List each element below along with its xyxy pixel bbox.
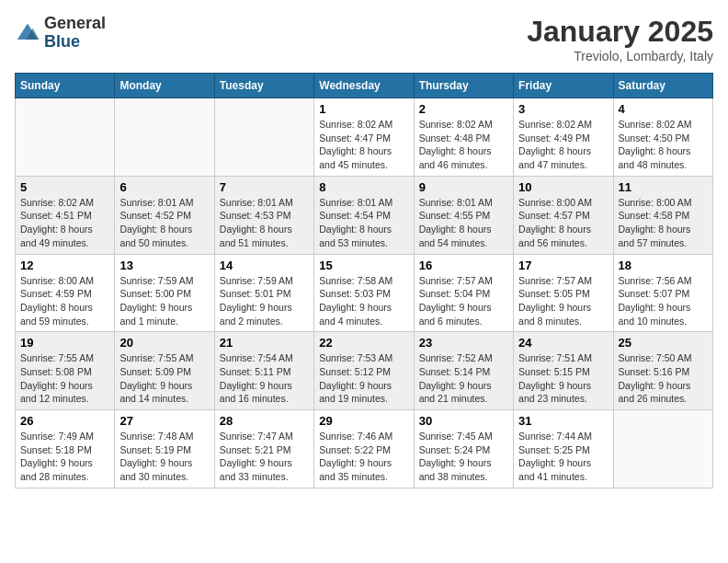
title-area: January 2025 Treviolo, Lombardy, Italy bbox=[527, 15, 713, 63]
day-info: Sunrise: 7:51 AM Sunset: 5:15 PM Dayligh… bbox=[518, 351, 608, 406]
week-row-4: 19Sunrise: 7:55 AM Sunset: 5:08 PM Dayli… bbox=[16, 332, 713, 410]
calendar-table: SundayMondayTuesdayWednesdayThursdayFrid… bbox=[15, 73, 713, 488]
day-cell-2-3: 15Sunrise: 7:58 AM Sunset: 5:03 PM Dayli… bbox=[314, 254, 414, 332]
day-cell-0-1 bbox=[115, 98, 214, 177]
week-row-5: 26Sunrise: 7:49 AM Sunset: 5:18 PM Dayli… bbox=[16, 410, 713, 488]
day-cell-3-4: 23Sunrise: 7:52 AM Sunset: 5:14 PM Dayli… bbox=[414, 332, 513, 410]
day-number: 6 bbox=[119, 180, 209, 194]
day-number: 2 bbox=[419, 102, 508, 116]
day-info: Sunrise: 8:01 AM Sunset: 4:55 PM Dayligh… bbox=[419, 196, 508, 250]
day-info: Sunrise: 7:57 AM Sunset: 5:04 PM Dayligh… bbox=[419, 274, 508, 328]
day-info: Sunrise: 8:02 AM Sunset: 4:50 PM Dayligh… bbox=[619, 118, 708, 172]
day-info: Sunrise: 7:57 AM Sunset: 5:05 PM Dayligh… bbox=[518, 274, 608, 328]
day-info: Sunrise: 7:56 AM Sunset: 5:07 PM Dayligh… bbox=[619, 274, 708, 328]
day-info: Sunrise: 7:59 AM Sunset: 5:00 PM Dayligh… bbox=[119, 274, 209, 328]
day-info: Sunrise: 7:55 AM Sunset: 5:08 PM Dayligh… bbox=[20, 351, 109, 406]
day-cell-1-3: 8Sunrise: 8:01 AM Sunset: 4:54 PM Daylig… bbox=[314, 176, 414, 254]
day-info: Sunrise: 7:48 AM Sunset: 5:19 PM Dayligh… bbox=[119, 430, 209, 484]
day-cell-3-3: 22Sunrise: 7:53 AM Sunset: 5:12 PM Dayli… bbox=[314, 332, 414, 410]
logo-general-text: General bbox=[44, 15, 106, 33]
day-cell-2-1: 13Sunrise: 7:59 AM Sunset: 5:00 PM Dayli… bbox=[115, 254, 214, 332]
day-info: Sunrise: 8:02 AM Sunset: 4:51 PM Dayligh… bbox=[20, 196, 109, 250]
day-cell-4-6 bbox=[613, 410, 712, 488]
day-info: Sunrise: 7:54 AM Sunset: 5:11 PM Dayligh… bbox=[220, 351, 309, 406]
day-cell-2-6: 18Sunrise: 7:56 AM Sunset: 5:07 PM Dayli… bbox=[613, 254, 712, 332]
day-cell-2-2: 14Sunrise: 7:59 AM Sunset: 5:01 PM Dayli… bbox=[214, 254, 313, 332]
day-cell-1-6: 11Sunrise: 8:00 AM Sunset: 4:58 PM Dayli… bbox=[613, 176, 712, 254]
day-info: Sunrise: 8:02 AM Sunset: 4:47 PM Dayligh… bbox=[319, 118, 408, 172]
day-cell-4-1: 27Sunrise: 7:48 AM Sunset: 5:19 PM Dayli… bbox=[115, 410, 214, 488]
week-row-1: 1Sunrise: 8:02 AM Sunset: 4:47 PM Daylig… bbox=[16, 98, 713, 177]
day-number: 13 bbox=[119, 259, 209, 272]
day-info: Sunrise: 8:00 AM Sunset: 4:57 PM Dayligh… bbox=[518, 196, 608, 250]
day-number: 14 bbox=[220, 259, 309, 272]
day-number: 12 bbox=[20, 259, 109, 272]
day-cell-0-6: 4Sunrise: 8:02 AM Sunset: 4:50 PM Daylig… bbox=[613, 98, 712, 177]
day-info: Sunrise: 7:58 AM Sunset: 5:03 PM Dayligh… bbox=[319, 274, 408, 328]
day-cell-2-4: 16Sunrise: 7:57 AM Sunset: 5:04 PM Dayli… bbox=[414, 254, 513, 332]
day-number: 8 bbox=[319, 180, 408, 194]
day-number: 21 bbox=[220, 336, 309, 350]
header-thursday: Thursday bbox=[414, 74, 513, 98]
day-cell-1-5: 10Sunrise: 8:00 AM Sunset: 4:57 PM Dayli… bbox=[514, 176, 613, 254]
day-cell-2-5: 17Sunrise: 7:57 AM Sunset: 5:05 PM Dayli… bbox=[514, 254, 613, 332]
day-number: 10 bbox=[518, 180, 608, 194]
page-header: General Blue January 2025 Treviolo, Lomb… bbox=[15, 15, 713, 63]
day-number: 9 bbox=[419, 180, 508, 194]
day-cell-3-0: 19Sunrise: 7:55 AM Sunset: 5:08 PM Dayli… bbox=[16, 332, 115, 410]
day-cell-4-0: 26Sunrise: 7:49 AM Sunset: 5:18 PM Dayli… bbox=[16, 410, 115, 488]
day-number: 16 bbox=[419, 259, 508, 272]
logo-text: General Blue bbox=[44, 15, 106, 52]
logo-icon bbox=[15, 20, 40, 46]
calendar-subtitle: Treviolo, Lombardy, Italy bbox=[527, 49, 713, 63]
header-wednesday: Wednesday bbox=[314, 74, 414, 98]
day-number: 11 bbox=[619, 180, 708, 194]
day-info: Sunrise: 7:52 AM Sunset: 5:14 PM Dayligh… bbox=[419, 351, 508, 406]
week-row-3: 12Sunrise: 8:00 AM Sunset: 4:59 PM Dayli… bbox=[16, 254, 713, 332]
day-number: 26 bbox=[20, 414, 109, 428]
day-number: 19 bbox=[20, 336, 109, 350]
day-cell-0-2 bbox=[214, 98, 313, 177]
day-cell-1-2: 7Sunrise: 8:01 AM Sunset: 4:53 PM Daylig… bbox=[214, 176, 313, 254]
logo: General Blue bbox=[15, 15, 106, 52]
day-number: 27 bbox=[119, 414, 209, 428]
day-cell-0-3: 1Sunrise: 8:02 AM Sunset: 4:47 PM Daylig… bbox=[314, 98, 414, 177]
day-number: 22 bbox=[319, 336, 408, 350]
calendar-title: January 2025 bbox=[527, 15, 713, 49]
day-info: Sunrise: 7:49 AM Sunset: 5:18 PM Dayligh… bbox=[20, 430, 109, 484]
day-cell-3-6: 25Sunrise: 7:50 AM Sunset: 5:16 PM Dayli… bbox=[613, 332, 712, 410]
day-info: Sunrise: 8:02 AM Sunset: 4:48 PM Dayligh… bbox=[419, 118, 508, 172]
header-tuesday: Tuesday bbox=[214, 74, 313, 98]
day-cell-1-1: 6Sunrise: 8:01 AM Sunset: 4:52 PM Daylig… bbox=[115, 176, 214, 254]
day-cell-2-0: 12Sunrise: 8:00 AM Sunset: 4:59 PM Dayli… bbox=[16, 254, 115, 332]
day-number: 24 bbox=[518, 336, 608, 350]
day-cell-0-5: 3Sunrise: 8:02 AM Sunset: 4:49 PM Daylig… bbox=[514, 98, 613, 177]
day-cell-4-5: 31Sunrise: 7:44 AM Sunset: 5:25 PM Dayli… bbox=[514, 410, 613, 488]
day-cell-3-2: 21Sunrise: 7:54 AM Sunset: 5:11 PM Dayli… bbox=[214, 332, 313, 410]
weekday-header-row: SundayMondayTuesdayWednesdayThursdayFrid… bbox=[16, 74, 713, 98]
day-number: 5 bbox=[20, 180, 109, 194]
day-info: Sunrise: 8:01 AM Sunset: 4:52 PM Dayligh… bbox=[119, 196, 209, 250]
day-number: 17 bbox=[518, 259, 608, 272]
day-info: Sunrise: 8:00 AM Sunset: 4:58 PM Dayligh… bbox=[619, 196, 708, 250]
day-info: Sunrise: 8:01 AM Sunset: 4:53 PM Dayligh… bbox=[220, 196, 309, 250]
day-info: Sunrise: 7:59 AM Sunset: 5:01 PM Dayligh… bbox=[220, 274, 309, 328]
day-info: Sunrise: 7:55 AM Sunset: 5:09 PM Dayligh… bbox=[119, 351, 209, 406]
day-number: 23 bbox=[419, 336, 508, 350]
day-info: Sunrise: 8:02 AM Sunset: 4:49 PM Dayligh… bbox=[518, 118, 608, 172]
day-number: 29 bbox=[319, 414, 408, 428]
day-info: Sunrise: 7:44 AM Sunset: 5:25 PM Dayligh… bbox=[518, 430, 608, 484]
day-info: Sunrise: 7:50 AM Sunset: 5:16 PM Dayligh… bbox=[619, 351, 708, 406]
day-number: 18 bbox=[619, 259, 708, 272]
header-saturday: Saturday bbox=[613, 74, 712, 98]
day-number: 7 bbox=[220, 180, 309, 194]
day-info: Sunrise: 8:01 AM Sunset: 4:54 PM Dayligh… bbox=[319, 196, 408, 250]
day-number: 3 bbox=[518, 102, 608, 116]
day-cell-4-2: 28Sunrise: 7:47 AM Sunset: 5:21 PM Dayli… bbox=[214, 410, 313, 488]
day-info: Sunrise: 7:47 AM Sunset: 5:21 PM Dayligh… bbox=[220, 430, 309, 484]
header-sunday: Sunday bbox=[16, 74, 115, 98]
day-number: 31 bbox=[518, 414, 608, 428]
day-number: 25 bbox=[619, 336, 708, 350]
day-number: 30 bbox=[419, 414, 508, 428]
day-info: Sunrise: 7:46 AM Sunset: 5:22 PM Dayligh… bbox=[319, 430, 408, 484]
